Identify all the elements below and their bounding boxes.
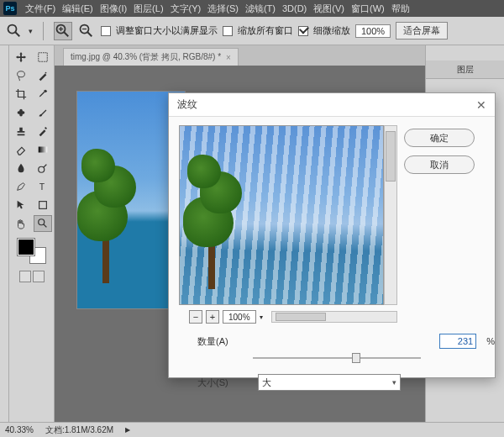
svg-line-3 xyxy=(64,32,68,36)
svg-point-10 xyxy=(17,71,24,77)
history-brush-tool-icon[interactable] xyxy=(34,123,52,140)
dropdown-arrow-icon[interactable]: ▾ xyxy=(29,27,33,35)
zoom-tool-icon-selected[interactable] xyxy=(34,215,52,232)
svg-line-16 xyxy=(43,165,46,168)
pen-tool-icon[interactable] xyxy=(12,178,30,195)
menu-select[interactable]: 选择(S) xyxy=(207,3,239,15)
cancel-button[interactable]: 取消 xyxy=(404,155,475,174)
menu-help[interactable]: 帮助 xyxy=(391,3,410,15)
dodge-tool-icon[interactable] xyxy=(34,160,52,176)
svg-line-1 xyxy=(15,32,19,36)
toolbox: T xyxy=(9,45,55,422)
color-swatch[interactable] xyxy=(18,239,46,264)
zoom-tool-icon[interactable] xyxy=(5,22,24,40)
zoom-100-button[interactable]: 100% xyxy=(355,24,391,38)
svg-line-7 xyxy=(87,32,92,36)
blur-tool-icon[interactable] xyxy=(12,160,30,176)
menu-window[interactable]: 窗口(W) xyxy=(351,3,385,15)
document-tab-title: timg.jpg @ 40.3% (背景 拷贝, RGB/8#) * xyxy=(71,51,221,63)
fit-screen-button[interactable]: 适合屏幕 xyxy=(396,22,448,39)
amount-input[interactable] xyxy=(439,334,476,349)
menu-file[interactable]: 文件(F) xyxy=(25,3,55,15)
stamp-tool-icon[interactable] xyxy=(12,123,30,140)
dialog-close-icon[interactable]: ✕ xyxy=(476,98,486,112)
status-arrow-icon[interactable]: ▶ xyxy=(125,426,130,434)
preview-vscroll[interactable] xyxy=(384,125,397,305)
svg-point-0 xyxy=(8,24,17,33)
svg-rect-14 xyxy=(38,147,47,153)
crop-tool-icon[interactable] xyxy=(12,86,30,103)
status-bar: 40.33% 文档:1.81M/3.62M ▶ xyxy=(0,422,504,437)
size-label: 大小(S) xyxy=(197,376,248,389)
scrubby-zoom-checkbox[interactable] xyxy=(298,26,308,36)
preview-zoom-out-button[interactable]: − xyxy=(189,310,202,324)
size-select[interactable]: 大 ▾ xyxy=(258,374,401,391)
menu-filter[interactable]: 滤镜(T) xyxy=(245,3,276,15)
move-tool-icon[interactable] xyxy=(12,49,30,66)
panel-tab-layers[interactable]: 图层 xyxy=(426,61,504,78)
menu-image[interactable]: 图像(I) xyxy=(100,3,127,15)
scrubby-zoom-label: 细微缩放 xyxy=(313,24,350,37)
close-tab-icon[interactable]: × xyxy=(226,53,231,62)
quickmask-screenmode[interactable] xyxy=(19,271,45,282)
menu-edit[interactable]: 编辑(E) xyxy=(62,3,93,15)
document-tab[interactable]: timg.jpg @ 40.3% (背景 拷贝, RGB/8#) * × xyxy=(63,48,239,66)
amount-label: 数量(A) xyxy=(197,335,248,348)
svg-line-20 xyxy=(43,224,46,228)
preview-zoom-value[interactable]: 100% xyxy=(223,310,256,324)
preview-zoom-in-button[interactable]: + xyxy=(206,310,219,324)
zoom-all-label: 缩放所有窗口 xyxy=(238,24,293,37)
menubar: Ps 文件(F) 编辑(E) 图像(I) 图层(L) 文字(Y) 选择(S) 滤… xyxy=(0,0,504,17)
ok-button[interactable]: 确定 xyxy=(404,129,475,147)
svg-rect-18 xyxy=(39,202,46,209)
zoom-all-checkbox[interactable] xyxy=(223,26,233,36)
heal-tool-icon[interactable] xyxy=(12,104,30,121)
amount-slider[interactable] xyxy=(253,352,421,364)
hand-tool-icon[interactable] xyxy=(12,215,30,232)
dialog-title: 波纹 xyxy=(177,97,197,112)
document-tabstrip: timg.jpg @ 40.3% (背景 拷贝, RGB/8#) * × xyxy=(55,45,425,66)
eraser-tool-icon[interactable] xyxy=(12,141,30,158)
path-select-tool-icon[interactable] xyxy=(12,197,30,213)
menu-view[interactable]: 视图(V) xyxy=(313,3,344,15)
zoom-out-icon[interactable] xyxy=(77,22,96,40)
size-select-value: 大 xyxy=(262,376,271,389)
svg-rect-9 xyxy=(38,53,47,62)
menu-3d[interactable]: 3D(D) xyxy=(282,3,307,13)
options-bar: ▾ 调整窗口大小以满屏显示 缩放所有窗口 细微缩放 100% 适合屏幕 xyxy=(0,17,504,45)
resize-window-label: 调整窗口大小以满屏显示 xyxy=(116,24,218,37)
resize-window-checkbox[interactable] xyxy=(101,26,111,36)
svg-text:T: T xyxy=(39,182,45,192)
svg-point-15 xyxy=(38,166,44,172)
preview-hscroll[interactable] xyxy=(271,311,397,323)
filter-preview[interactable] xyxy=(179,125,384,305)
wand-tool-icon[interactable] xyxy=(34,67,52,84)
type-tool-icon[interactable]: T xyxy=(34,178,52,195)
left-dock-handle[interactable] xyxy=(0,45,9,422)
svg-point-19 xyxy=(38,219,44,225)
svg-point-11 xyxy=(45,72,46,74)
menu-type[interactable]: 文字(Y) xyxy=(171,3,202,15)
marquee-tool-icon[interactable] xyxy=(34,49,52,66)
zoom-in-icon[interactable] xyxy=(54,22,72,40)
status-zoom[interactable]: 40.33% xyxy=(5,425,34,434)
ps-logo: Ps xyxy=(3,2,17,15)
preview-zoom-arrow-icon[interactable]: ▾ xyxy=(260,313,263,321)
lasso-tool-icon[interactable] xyxy=(12,67,30,84)
ripple-dialog: 波纹 ✕ − + 100% ▾ 确定 取消 数量(A) xyxy=(168,92,496,378)
shape-tool-icon[interactable] xyxy=(34,197,52,213)
menu-layer[interactable]: 图层(L) xyxy=(134,3,163,15)
status-doc: 文档:1.81M/3.62M xyxy=(45,424,113,436)
size-select-arrow-icon: ▾ xyxy=(392,378,396,387)
svg-rect-13 xyxy=(19,109,23,117)
amount-unit: % xyxy=(486,336,495,346)
gradient-tool-icon[interactable] xyxy=(34,141,52,158)
brush-tool-icon[interactable] xyxy=(34,104,52,121)
eyedropper-tool-icon[interactable] xyxy=(34,86,52,103)
